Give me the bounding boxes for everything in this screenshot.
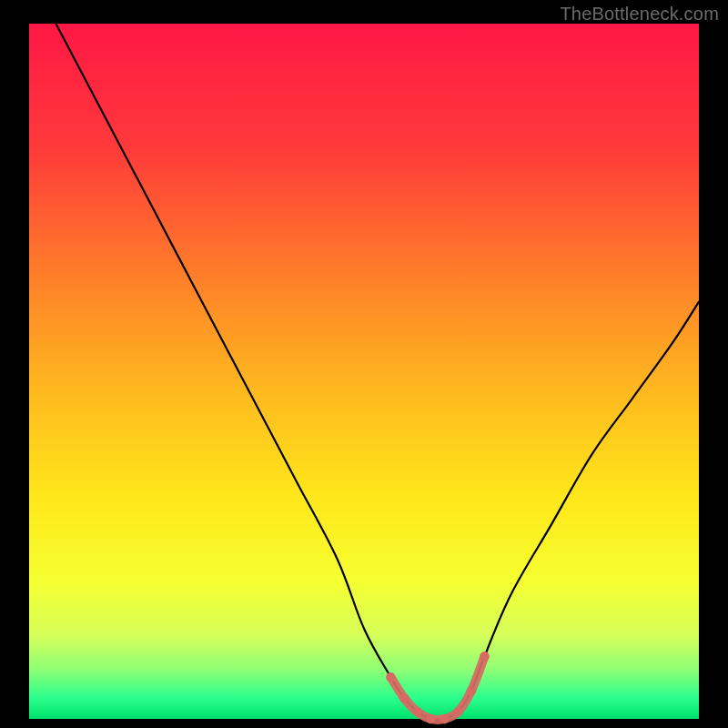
plot-background (29, 24, 699, 719)
optimal-marker-dot (426, 714, 435, 723)
watermark-text: TheBottleneck.com (560, 4, 719, 25)
optimal-marker-dot (480, 652, 489, 661)
optimal-marker-dot (386, 672, 395, 682)
optimal-marker-dot (467, 686, 476, 695)
bottleneck-chart (0, 0, 728, 728)
optimal-marker-dot (413, 707, 422, 716)
chart-frame: TheBottleneck.com (0, 0, 728, 728)
optimal-marker-dot (453, 707, 462, 716)
optimal-marker-dot (399, 693, 409, 703)
optimal-marker-dot (440, 714, 449, 723)
